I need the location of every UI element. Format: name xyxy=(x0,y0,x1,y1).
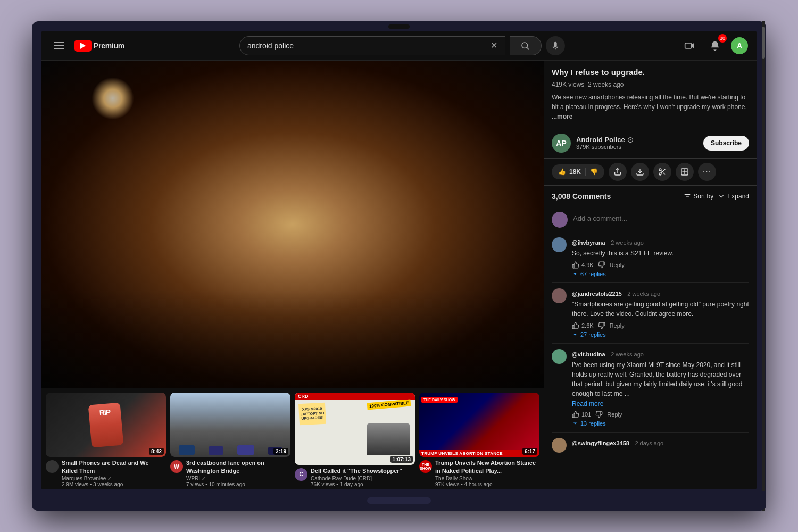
reply-btn-3[interactable]: Reply xyxy=(607,411,622,418)
youtube-icon xyxy=(74,40,92,52)
reply-btn-2[interactable]: Reply xyxy=(610,322,625,329)
comment-like-3[interactable]: 101 xyxy=(572,411,591,418)
sort-by-button[interactable]: Sort by xyxy=(684,193,713,200)
comment-avatar-1 xyxy=(552,237,567,252)
dislike-icon-c3 xyxy=(595,411,603,418)
rec-video-1[interactable]: RIP 8:42 Small Phones are Dead and We Ki… xyxy=(46,393,166,489)
rec-thumb-4[interactable]: THE DAILY SHOW TRUMP UNVEILS ABORTION ST… xyxy=(419,393,539,457)
comment-author-4[interactable]: @swingyflingex3458 xyxy=(572,440,629,446)
search-input[interactable]: android police xyxy=(247,41,486,50)
rec-channel-4: The Daily Show xyxy=(435,476,539,481)
comment-like-1[interactable]: 4.9K xyxy=(572,261,594,269)
subscribe-button[interactable]: Subscribe xyxy=(703,136,749,151)
rec-video-3[interactable]: CRD 100% COMPATIBLE XPS M2010 LAPTOP? NO… xyxy=(295,393,415,489)
comment-input[interactable]: Add a comment... xyxy=(573,214,749,225)
replies-toggle-2[interactable]: 27 replies xyxy=(572,331,749,338)
notifications-button[interactable]: 30 xyxy=(705,36,725,55)
more-link[interactable]: ...more xyxy=(552,113,572,120)
brand-name: Premium xyxy=(94,41,124,50)
download-button[interactable] xyxy=(631,163,649,181)
duration-2: 2:19 xyxy=(273,448,288,455)
svg-point-0 xyxy=(522,43,528,48)
comment-actions-2: 2.6K Reply xyxy=(572,322,749,329)
rec-channel-avatar-2: W xyxy=(170,460,183,473)
comment-author-2[interactable]: @jandrestols2215 xyxy=(572,290,622,297)
youtube-logo[interactable]: Premium xyxy=(74,40,124,52)
replies-toggle-3[interactable]: 13 replies xyxy=(572,420,749,427)
rec-thumb-3[interactable]: CRD 100% COMPATIBLE XPS M2010 LAPTOP? NO… xyxy=(295,393,415,465)
like-icon-c2 xyxy=(572,322,579,329)
comments-section[interactable]: 3,008 Comments Sort by Expand xyxy=(544,186,757,490)
comment-actions-1: 4.9K Reply xyxy=(572,261,749,269)
action-row: 👍 18K 👎 xyxy=(544,159,757,186)
rec-title-4: Trump Unveils New Abortion Stance in Nak… xyxy=(435,459,539,475)
comment-body-1: @ihvbyrana 2 weeks ago So, secretly this… xyxy=(572,237,749,277)
user-avatar[interactable]: A xyxy=(731,37,748,54)
comment-actions-3: 101 Reply xyxy=(572,411,749,418)
like-icon: 👍 xyxy=(558,168,566,176)
rec-channel-1: Marques Brownlee ✓ xyxy=(62,476,166,481)
search-bar[interactable]: android police ✕ xyxy=(239,36,505,55)
rec-title-3: Dell Called it "The Showstopper" xyxy=(311,467,415,475)
rec-meta-3: 76K views • 1 day ago xyxy=(311,481,415,487)
rec-video-2[interactable]: 2:19 W 3rd eastbound lane open on Washin… xyxy=(170,393,290,489)
comments-header: 3,008 Comments Sort by Expand xyxy=(552,186,749,205)
crd-sticky: XPS M2010 LAPTOP? NO UPGRADES! xyxy=(298,403,326,426)
comment-author-1[interactable]: @ihvbyrana xyxy=(572,239,605,246)
search-button[interactable] xyxy=(510,36,542,55)
expand-button[interactable]: Expand xyxy=(718,193,749,200)
sidebar: Why I refuse to upgrade. 419K views 2 we… xyxy=(544,61,757,489)
channel-info: Android Police 379K subscribers xyxy=(576,136,703,150)
top-nav: Premium android police ✕ xyxy=(41,31,757,61)
thumb-img-4: THE DAILY SHOW TRUMP UNVEILS ABORTION ST… xyxy=(419,393,539,457)
clear-search-button[interactable]: ✕ xyxy=(491,40,497,51)
duration-4: 6:17 xyxy=(522,448,537,455)
share-button[interactable] xyxy=(609,163,627,181)
rec-info-3: C Dell Called it "The Showstopper" Catho… xyxy=(295,465,415,489)
comment-time-1: 2 weeks ago xyxy=(611,239,644,246)
save-button[interactable] xyxy=(676,163,694,181)
replies-toggle-1[interactable]: 67 replies xyxy=(572,271,749,277)
news-banner: TRUMP UNVEILS ABORTION STANCE xyxy=(419,450,539,457)
comment-time-4: 2 days ago xyxy=(635,440,663,446)
clip-button[interactable] xyxy=(653,163,671,181)
comment-text-2: "Smartphones are getting good at getting… xyxy=(572,300,749,319)
rec-channel-2: WPRI ✓ xyxy=(186,476,290,481)
comment-author-3[interactable]: @vit.budina xyxy=(572,351,605,358)
rec-video-4[interactable]: THE DAILY SHOW TRUMP UNVEILS ABORTION ST… xyxy=(419,393,539,489)
more-actions-button[interactable]: ··· xyxy=(698,163,716,181)
comment-1: @ihvbyrana 2 weeks ago So, secretly this… xyxy=(552,232,749,283)
voice-search-button[interactable] xyxy=(546,36,565,55)
comment-3: @vit.budina 2 weeks ago I've been using … xyxy=(552,344,749,433)
recommended-videos-row: RIP 8:42 Small Phones are Dead and We Ki… xyxy=(41,388,544,489)
rec-thumb-1[interactable]: RIP 8:42 xyxy=(46,393,166,457)
channel-avatar: AP xyxy=(552,134,571,153)
rec-info-2: W 3rd eastbound lane open on Washington … xyxy=(170,457,290,489)
comment-2: @jandrestols2215 2 weeks ago "Smartphone… xyxy=(552,283,749,344)
comment-time-2: 2 weeks ago xyxy=(627,290,660,297)
reply-btn-1[interactable]: Reply xyxy=(610,262,625,268)
rec-channel-3: Cathode Ray Dude [CRD] xyxy=(311,476,415,481)
verified-icon xyxy=(627,137,634,143)
video-player[interactable] xyxy=(41,61,544,388)
rec-text-4: Trump Unveils New Abortion Stance in Nak… xyxy=(435,459,539,487)
main-content: RIP 8:42 Small Phones are Dead and We Ki… xyxy=(41,61,757,489)
comment-like-2[interactable]: 2.6K xyxy=(572,322,594,329)
channel-row: AP Android Police 379K subscribers Subsc… xyxy=(544,128,757,159)
comment-dislike-1[interactable] xyxy=(598,261,605,269)
comment-dislike-2[interactable] xyxy=(598,322,605,329)
comment-dislike-3[interactable] xyxy=(595,411,603,418)
rec-info-4: THE SHOW Trump Unveils New Abortion Stan… xyxy=(419,457,539,489)
thumb-img-2 xyxy=(170,393,290,457)
hamburger-menu-button[interactable] xyxy=(50,38,68,54)
lamp-light xyxy=(92,77,134,120)
like-dislike-pill[interactable]: 👍 18K 👎 xyxy=(552,164,604,179)
create-video-button[interactable] xyxy=(680,36,699,55)
read-more-link[interactable]: Read more xyxy=(572,400,749,408)
svg-line-11 xyxy=(661,170,662,172)
comments-count: 3,008 Comments xyxy=(552,192,679,201)
like-icon-c3 xyxy=(572,411,579,418)
svg-point-8 xyxy=(659,173,661,175)
rec-thumb-2[interactable]: 2:19 xyxy=(170,393,290,457)
duration-3: 1:07:13 xyxy=(390,456,413,463)
